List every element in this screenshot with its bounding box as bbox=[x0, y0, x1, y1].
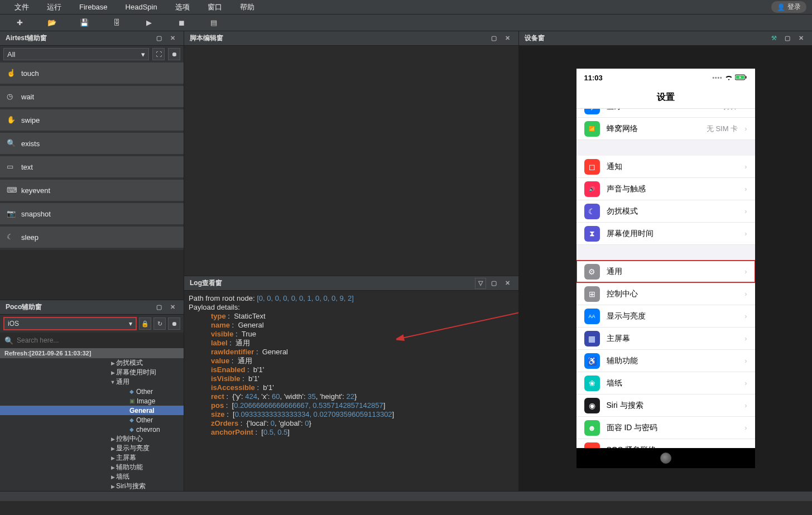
refresh-icon[interactable]: ↻ bbox=[153, 317, 166, 330]
row-label: 主屏幕 bbox=[607, 334, 738, 344]
saveall-icon[interactable]: 🗄 bbox=[100, 15, 133, 31]
menu-firebase[interactable]: Firebase bbox=[70, 3, 117, 11]
chevron-right-icon: › bbox=[744, 401, 747, 410]
row-label: 面容 ID 与密码 bbox=[607, 423, 738, 433]
tree-node[interactable]: ◆Other bbox=[0, 387, 184, 396]
tree-node[interactable]: ▶主屏幕 bbox=[0, 453, 184, 463]
lock-icon[interactable]: 🔒 bbox=[139, 317, 151, 330]
settings-row-主屏幕[interactable]: ▦主屏幕› bbox=[576, 328, 755, 350]
chevron-right-icon: › bbox=[744, 229, 747, 238]
menu-bar: 文件 运行 Firebase HeadSpin 选项 窗口 帮助 👤 登录 bbox=[0, 0, 812, 15]
open-icon[interactable]: 📂 bbox=[36, 15, 68, 31]
menu-options[interactable]: 选项 bbox=[166, 2, 199, 12]
toolbar: ✚ 📂 💾 🗄 ▶ ◼ ▤ bbox=[0, 15, 812, 31]
filter-icon[interactable]: ▽ bbox=[475, 278, 486, 289]
settings-row-SOS 紧急联络[interactable]: SOSSOS 紧急联络› bbox=[576, 439, 755, 448]
cellular-icon: •••• bbox=[712, 75, 722, 81]
op-sleep[interactable]: ☾sleep bbox=[0, 227, 184, 250]
settings-row-通用[interactable]: ⚙通用› bbox=[576, 261, 755, 283]
tree-node[interactable]: ▶屏幕使用时间 bbox=[0, 368, 184, 377]
op-text[interactable]: ▭text bbox=[0, 156, 184, 180]
exists-icon: 🔍 bbox=[7, 139, 16, 148]
tree-node[interactable]: ▶显示与亮度 bbox=[0, 444, 184, 453]
restore-icon[interactable]: ▢ bbox=[153, 302, 165, 313]
op-swipe[interactable]: ✋swipe bbox=[0, 109, 184, 133]
op-keyevent[interactable]: ⌨keyevent bbox=[0, 180, 184, 203]
restore-icon[interactable]: ▢ bbox=[782, 33, 793, 44]
close-icon[interactable]: ✕ bbox=[167, 33, 178, 44]
status-time: 11:03 bbox=[584, 74, 603, 82]
phone-body[interactable]: ᛒ蓝牙打开›📶蜂窝网络无 SIM 卡›◻通知›🔊声音与触感›☾勿扰模式›⧗屏幕使… bbox=[576, 109, 755, 448]
settings-row-勿扰模式[interactable]: ☾勿扰模式› bbox=[576, 200, 755, 223]
restore-icon[interactable]: ▢ bbox=[153, 33, 165, 44]
close-icon[interactable]: ✕ bbox=[502, 278, 513, 289]
record-btn[interactable]: ⏺ bbox=[168, 48, 180, 60]
menu-help[interactable]: 帮助 bbox=[231, 2, 263, 12]
chevron-right-icon: › bbox=[744, 312, 747, 320]
settings-row-显示与亮度[interactable]: AA显示与亮度› bbox=[576, 305, 755, 328]
restore-icon[interactable]: ▢ bbox=[488, 33, 499, 44]
settings-row-屏幕使用时间[interactable]: ⧗屏幕使用时间› bbox=[576, 223, 755, 245]
op-wait[interactable]: ◷wait bbox=[0, 86, 184, 109]
airtest-filter-select[interactable]: All ▾ bbox=[3, 48, 149, 60]
op-touch[interactable]: ☝touch bbox=[0, 62, 184, 86]
tree-node[interactable]: ▶Siri与搜索 bbox=[0, 482, 184, 491]
phone-screen[interactable]: 11:03 •••• 设置 ᛒ蓝牙打开›📶蜂窝网络无 SIM 卡›◻通知›🔊声音… bbox=[576, 69, 755, 468]
menu-window[interactable]: 窗口 bbox=[199, 2, 231, 12]
settings-row-面容 ID 与密码[interactable]: ☻面容 ID 与密码› bbox=[576, 417, 755, 439]
new-icon[interactable]: ✚ bbox=[3, 15, 36, 31]
touch-icon: ☝ bbox=[7, 69, 16, 78]
op-label: touch bbox=[21, 69, 39, 78]
menu-run[interactable]: 运行 bbox=[38, 2, 70, 12]
play-icon[interactable]: ▶ bbox=[133, 15, 165, 31]
record-icon[interactable]: ⏺ bbox=[168, 317, 180, 330]
settings-row[interactable]: ᛒ蓝牙打开› bbox=[576, 109, 755, 118]
operation-list: ☝touch◷wait✋swipe🔍exists▭text⌨keyevent📷s… bbox=[0, 62, 184, 300]
op-label: text bbox=[21, 163, 33, 171]
tree-node[interactable]: ▣Image bbox=[0, 396, 184, 406]
close-icon[interactable]: ✕ bbox=[502, 33, 513, 44]
poco-platform-select[interactable]: iOS ▾ bbox=[3, 317, 137, 330]
airtest-title: Airtest辅助窗 bbox=[6, 33, 47, 43]
close-icon[interactable]: ✕ bbox=[795, 33, 806, 44]
settings-row-控制中心[interactable]: ⊞控制中心› bbox=[576, 283, 755, 305]
log-title: Log查看窗 bbox=[190, 278, 222, 288]
settings-row-墙纸[interactable]: ❀墙纸› bbox=[576, 372, 755, 394]
tree-node[interactable]: General bbox=[0, 406, 184, 415]
search-box[interactable]: 🔍 bbox=[0, 334, 184, 347]
op-snapshot[interactable]: 📷snapshot bbox=[0, 203, 184, 227]
op-label: snapshot bbox=[21, 210, 51, 218]
tree-node[interactable]: ▶控制中心 bbox=[0, 434, 184, 444]
report-icon[interactable]: ▤ bbox=[198, 15, 230, 31]
home-button[interactable] bbox=[660, 453, 671, 464]
save-icon[interactable]: 💾 bbox=[68, 15, 100, 31]
settings-row-声音与触感[interactable]: 🔊声音与触感› bbox=[576, 178, 755, 200]
op-exists[interactable]: 🔍exists bbox=[0, 133, 184, 156]
screenshot-btn[interactable]: ⛶ bbox=[152, 48, 165, 60]
tree-node[interactable]: ▶勿扰模式 bbox=[0, 358, 184, 368]
tree-label: 辅助功能 bbox=[116, 463, 143, 472]
settings-row-Siri 与搜索[interactable]: ◉Siri 与搜索› bbox=[576, 394, 755, 417]
restore-icon[interactable]: ▢ bbox=[488, 278, 499, 289]
settings-row-辅助功能[interactable]: ♿辅助功能› bbox=[576, 350, 755, 372]
stop-icon[interactable]: ◼ bbox=[165, 15, 198, 31]
tree-node[interactable]: ▶辅助功能 bbox=[0, 463, 184, 472]
menu-headspin[interactable]: HeadSpin bbox=[117, 3, 166, 11]
settings-row-蜂窝网络[interactable]: 📶蜂窝网络无 SIM 卡› bbox=[576, 118, 755, 140]
poco-tree[interactable]: ▶勿扰模式▶屏幕使用时间▼通用◆Other▣ImageGeneral◆Other… bbox=[0, 358, 184, 491]
tree-label: Other bbox=[136, 388, 153, 396]
login-button[interactable]: 👤 登录 bbox=[771, 1, 806, 13]
svg-rect-3 bbox=[746, 76, 747, 78]
tree-node[interactable]: ▼通用 bbox=[0, 377, 184, 387]
airtest-panel: Airtest辅助窗 ▢ ✕ All ▾ ⛶ ⏺ ☝touch◷wait✋swi… bbox=[0, 31, 184, 300]
tree-node[interactable]: ▶墙纸 bbox=[0, 472, 184, 482]
search-input[interactable] bbox=[17, 336, 179, 344]
close-icon[interactable]: ✕ bbox=[167, 302, 178, 313]
settings-row-通知[interactable]: ◻通知› bbox=[576, 156, 755, 178]
log-body[interactable]: Path from root node: [0, 0, 0, 0, 0, 0, … bbox=[184, 291, 518, 491]
script-title: 脚本编辑窗 bbox=[190, 33, 223, 43]
tools-icon[interactable]: ⚒ bbox=[768, 33, 780, 44]
tree-node[interactable]: ◆chevron bbox=[0, 425, 184, 434]
menu-file[interactable]: 文件 bbox=[6, 2, 38, 12]
tree-node[interactable]: ◆Other bbox=[0, 415, 184, 425]
